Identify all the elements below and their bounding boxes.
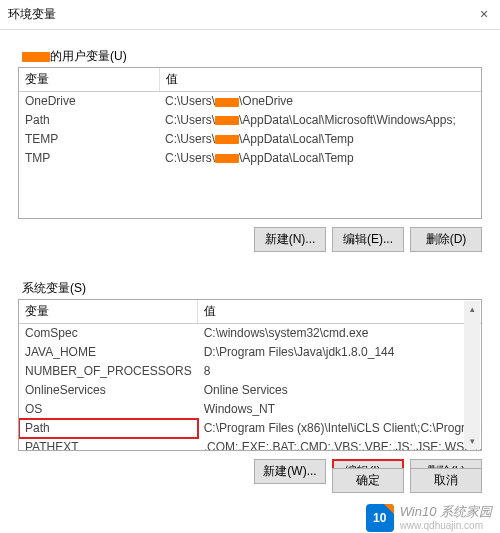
user-buttons: 新建(N)... 编辑(E)... 删除(D) (10, 223, 490, 252)
redacted-username (215, 154, 239, 163)
titlebar: 环境变量 × (0, 0, 500, 30)
user-new-button[interactable]: 新建(N)... (254, 227, 326, 252)
redacted-username (215, 135, 239, 144)
table-row[interactable]: OSWindows_NT (19, 400, 482, 419)
watermark-url: www.qdhuajin.com (400, 520, 483, 531)
sys-col-val[interactable]: 值 (198, 300, 482, 324)
dialog-buttons: 确定 取消 (324, 464, 490, 497)
user-vars-table-box: 变量 值 OneDrive C:\Users\\OneDrive Path C:… (18, 67, 482, 219)
scroll-down-icon[interactable]: ▾ (464, 433, 480, 449)
watermark: 10 Win10 系统家园 www.qdhuajin.com (0, 503, 500, 533)
user-vars-table[interactable]: 变量 值 OneDrive C:\Users\\OneDrive Path C:… (19, 68, 481, 168)
watermark-text: Win10 系统家园 (400, 505, 492, 519)
table-row[interactable]: JAVA_HOMED:\Program Files\Java\jdk1.8.0_… (19, 343, 482, 362)
watermark-logo-icon: 10 (366, 504, 394, 532)
table-row[interactable]: ComSpecC:\windows\system32\cmd.exe (19, 324, 482, 343)
redacted-username (215, 98, 239, 107)
table-row[interactable]: PATHEXT.COM;.EXE;.BAT;.CMD;.VBS;.VBE;.JS… (19, 438, 482, 452)
scrollbar[interactable]: ▴ ▾ (464, 301, 480, 449)
table-row[interactable]: OneDrive C:\Users\\OneDrive (19, 92, 481, 111)
ok-button[interactable]: 确定 (332, 468, 404, 493)
redacted-username (22, 52, 50, 62)
table-row[interactable]: NUMBER_OF_PROCESSORS8 (19, 362, 482, 381)
user-col-val[interactable]: 值 (159, 68, 481, 92)
system-vars-table-box: 变量 值 ComSpecC:\windows\system32\cmd.exe … (18, 299, 482, 451)
scroll-up-icon[interactable]: ▴ (464, 301, 480, 317)
sys-col-var[interactable]: 变量 (19, 300, 198, 324)
table-row[interactable]: Path C:\Users\\AppData\Local\Microsoft\W… (19, 111, 481, 130)
system-vars-label: 系统变量(S) (10, 280, 490, 297)
table-row[interactable]: TMP C:\Users\\AppData\Local\Temp (19, 149, 481, 168)
user-col-var[interactable]: 变量 (19, 68, 159, 92)
window-title: 环境变量 (8, 6, 56, 23)
table-row[interactable]: OnlineServicesOnline Services (19, 381, 482, 400)
table-row-path[interactable]: PathC:\Program Files (x86)\Intel\iCLS Cl… (19, 419, 482, 438)
user-vars-label: 的用户变量(U) (10, 48, 490, 65)
user-edit-button[interactable]: 编辑(E)... (332, 227, 404, 252)
cancel-button[interactable]: 取消 (410, 468, 482, 493)
user-delete-button[interactable]: 删除(D) (410, 227, 482, 252)
table-row[interactable]: TEMP C:\Users\\AppData\Local\Temp (19, 130, 481, 149)
system-vars-table[interactable]: 变量 值 ComSpecC:\windows\system32\cmd.exe … (19, 300, 482, 451)
close-icon[interactable]: × (476, 6, 492, 22)
system-new-button[interactable]: 新建(W)... (254, 459, 326, 484)
redacted-username (215, 116, 239, 125)
